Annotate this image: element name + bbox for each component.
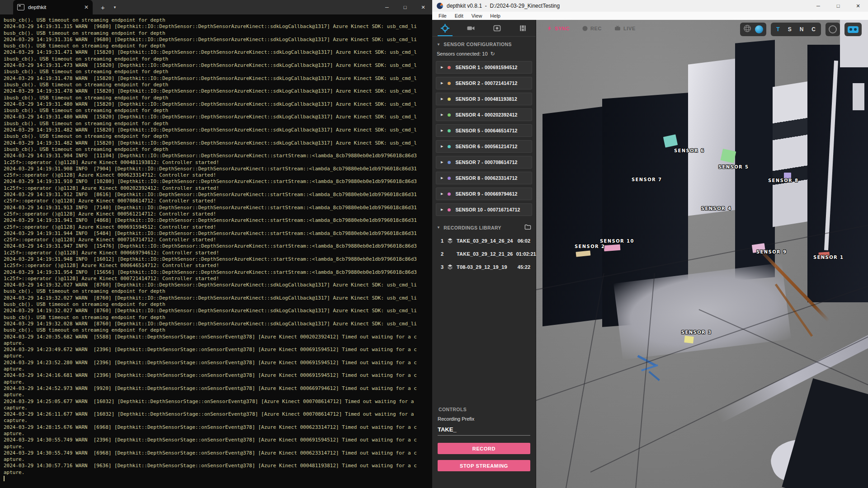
menu-file[interactable]: File: [434, 13, 451, 19]
recording-index: 3: [439, 264, 443, 270]
app-maximize-icon[interactable]: □: [828, 0, 848, 12]
expand-arrow-icon[interactable]: ▶: [441, 145, 443, 148]
menu-help[interactable]: Help: [486, 13, 505, 19]
viewport-statusbar: SYNCRECLIVE: [547, 25, 636, 31]
tab-close-icon[interactable]: ✕: [84, 5, 89, 10]
terminal-cursor: [4, 476, 5, 481]
recording-prefix-input[interactable]: [438, 425, 530, 436]
terminal-cursor-line: [4, 476, 430, 482]
terminal-log-line: 2024-03-29 14:19:31.904 INFO [11104] [De…: [4, 153, 430, 159]
texture-mode-t[interactable]: T: [774, 26, 782, 33]
terminal-minimize-icon[interactable]: ─: [378, 0, 396, 14]
tab-dropdown-icon[interactable]: ▾: [114, 5, 116, 9]
terminal-log-line: 1c25f>::operator ()@1128] Azure Kinect 0…: [4, 250, 430, 256]
recording-row[interactable]: 2TAKE_03_29_12_21_2601:02:21: [432, 247, 536, 260]
terminal-maximize-icon[interactable]: □: [396, 0, 414, 14]
new-tab-icon[interactable]: +: [101, 4, 105, 11]
terminal-log-line: 2024-03-29 14:20:35.682 WARN [5588] [Dep…: [4, 334, 430, 340]
sensor-configurations-title: SENSOR CONFIGURATIONS: [443, 42, 512, 47]
ring-icon[interactable]: [829, 25, 837, 33]
terminal-log-line: 2024-03-29 14:24:16.681 WARN [2396] [Dep…: [4, 372, 430, 379]
camera-icon: [467, 24, 475, 33]
tab-editor[interactable]: [510, 20, 536, 36]
sensor-color-dot: [448, 208, 451, 211]
sensor-row[interactable]: ▶SENSOR 3 - 000481193812: [436, 93, 532, 105]
terminal-log-line: 2024-03-29 14:19:31.910 INFO [10280] [De…: [4, 178, 430, 185]
terminal-log-line: ibusb_cb(). USB timeout on streaming end…: [4, 69, 430, 75]
live-button[interactable]: LIVE: [614, 26, 636, 31]
live-tv-icon: [614, 26, 621, 31]
terminal-log-line: 2024-03-29 14:19:31.316 WARN [9680] [Dep…: [4, 37, 430, 43]
terminal-close-icon[interactable]: ✕: [414, 0, 432, 14]
app-minimize-icon[interactable]: ─: [808, 0, 828, 12]
sensor-row[interactable]: ▶SENSOR 9 - 000669794612: [436, 188, 532, 200]
terminal-log-line: busb_cb(). USB timeout on streaming endp…: [4, 30, 430, 37]
wireframe-sphere-icon[interactable]: [743, 24, 751, 34]
expand-arrow-icon[interactable]: ▶: [441, 97, 443, 101]
sensor-row[interactable]: ▶SENSOR 2 - 000721414712: [436, 77, 532, 89]
terminal-log-line: 2024-03-29 14:30:55.749 WARN [6968] [Dep…: [4, 450, 430, 456]
terminal-log-line: 1c25f>::operator ()@1128] Azure Kinect 0…: [4, 185, 430, 192]
terminal-output[interactable]: busb_cb(). USB timeout on streaming endp…: [4, 17, 430, 488]
terminal-tab[interactable]: depthkit ✕: [13, 0, 93, 14]
recording-row[interactable]: 3T08-03_29_12_19_1945:22: [432, 260, 536, 273]
expand-arrow-icon[interactable]: ▶: [441, 129, 443, 132]
solid-sphere-icon[interactable]: [755, 25, 763, 33]
sensor-row[interactable]: ▶SENSOR 7 - 000708614712: [436, 156, 532, 169]
collapse-arrow-icon[interactable]: ▼: [437, 225, 440, 230]
viewport-sensor-label: SENSOR 5: [718, 164, 749, 169]
expand-arrow-icon[interactable]: ▶: [441, 113, 443, 117]
sidebar-panel: ▼ SENSOR CONFIGURATIONS Sensors connecte…: [432, 20, 536, 488]
panel-tabstrip: [432, 20, 536, 37]
sensor-color-dot: [448, 145, 451, 148]
recording-name: TAKE_03_29_14_26_24: [457, 238, 514, 244]
sensor-label: SENSOR 3 - 000481193812: [455, 96, 517, 102]
expand-arrow-icon[interactable]: ▶: [441, 81, 443, 85]
tab-camera[interactable]: [458, 20, 484, 36]
sensor-row[interactable]: ▶SENSOR 8 - 000623314712: [436, 172, 532, 184]
expand-arrow-icon[interactable]: ▶: [441, 208, 443, 211]
terminal-log-line: 2024-03-29 14:23:49.672 WARN [2396] [Dep…: [4, 347, 430, 353]
viewport-sensor-label: SENSOR 3: [681, 330, 712, 335]
3d-viewport[interactable]: SENSOR 7SENSOR 6SENSOR 5SENSOR 8SENSOR 4…: [536, 20, 868, 488]
filmstrip-icon: [519, 24, 527, 33]
terminal-log-line: apture.: [4, 431, 430, 437]
tab-sensors[interactable]: [432, 20, 458, 36]
tab-record[interactable]: [484, 20, 510, 36]
record-button[interactable]: RECORD: [438, 443, 530, 454]
sensor-row[interactable]: ▶SENSOR 1 - 000691594512: [436, 61, 532, 74]
app-window-title: depthkit v0.8.1 - D:/2024-03-29_KinectTe…: [447, 3, 560, 9]
viewport-toolbar: TSNC: [740, 23, 862, 36]
expand-arrow-icon[interactable]: ▶: [441, 176, 443, 180]
refresh-icon[interactable]: ↻: [491, 51, 495, 57]
terminal-log-line: 2024-03-29 14:19:31.478 WARN [15820] [De…: [4, 88, 430, 94]
terminal-log-line: busb_cb(). USB timeout on streaming endp…: [4, 327, 430, 333]
recordings-library-header[interactable]: ▼ RECORDINGS LIBRARY: [432, 219, 536, 234]
collapse-arrow-icon[interactable]: ▼: [437, 42, 440, 47]
texture-mode-n[interactable]: N: [797, 26, 806, 33]
stop-streaming-button[interactable]: STOP STREAMING: [438, 460, 530, 471]
sensor-row[interactable]: ▶SENSOR 5 - 000646514712: [436, 124, 532, 137]
rec-button[interactable]: REC: [582, 26, 602, 31]
menu-view[interactable]: View: [467, 13, 486, 19]
sensor-row[interactable]: ▶SENSOR 10 - 000716714712: [436, 203, 532, 216]
terminal-log-line: apture.: [4, 456, 430, 463]
texture-mode-c[interactable]: C: [809, 26, 818, 33]
sensor-label: SENSOR 7 - 000708614712: [455, 160, 517, 165]
terminal-log-line: 2024-03-29 14:19:31.478 WARN [15820] [De…: [4, 75, 430, 82]
stereo-view-icon[interactable]: [848, 26, 859, 33]
open-folder-icon[interactable]: [524, 224, 531, 231]
recording-row[interactable]: 1TAKE_03_29_14_26_2406:02: [432, 234, 536, 247]
app-close-icon[interactable]: ✕: [848, 0, 868, 12]
viewport-sensor-label: SENSOR 9: [756, 249, 787, 254]
viewport-sensor-label: SENSOR 8: [768, 178, 798, 183]
sensor-row[interactable]: ▶SENSOR 4 - 000202392412: [436, 108, 532, 121]
sensor-row[interactable]: ▶SENSOR 6 - 000561214712: [436, 140, 532, 153]
expand-arrow-icon[interactable]: ▶: [441, 192, 443, 196]
expand-arrow-icon[interactable]: ▶: [441, 160, 443, 164]
sensor-configurations-header[interactable]: ▼ SENSOR CONFIGURATIONS: [432, 37, 536, 50]
texture-mode-s[interactable]: S: [786, 26, 794, 33]
expand-arrow-icon[interactable]: ▶: [441, 66, 443, 69]
sync-button[interactable]: SYNC: [547, 25, 570, 31]
menu-edit[interactable]: Edit: [451, 13, 467, 19]
